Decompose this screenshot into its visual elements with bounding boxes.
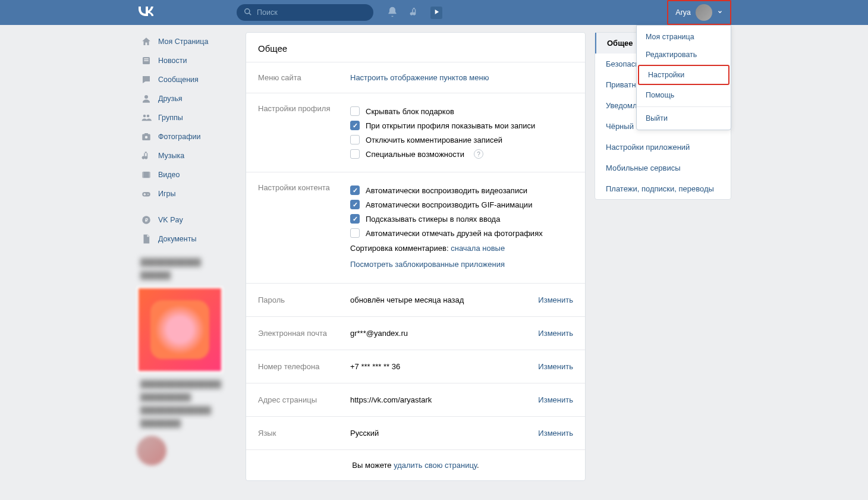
svg-rect-12 (142, 172, 143, 178)
checkbox[interactable] (350, 121, 360, 130)
top-header: Arya Моя страницаРедактироватьНастройкиП… (0, 0, 868, 25)
vk-logo[interactable] (137, 7, 237, 19)
bell-icon[interactable] (386, 6, 398, 20)
svg-rect-13 (149, 172, 150, 178)
msg-icon (140, 74, 152, 86)
check-row: Специальные возможности? (350, 147, 573, 161)
check-row: Отключить комментирование записей (350, 133, 573, 147)
settings-tab-5[interactable]: Настройки приложений (595, 137, 731, 158)
delete-page-row: Вы можете удалить свою страницу. (246, 449, 585, 480)
settings-tab-7[interactable]: Платежи, подписки, переводы (595, 178, 731, 199)
svg-rect-4 (144, 60, 149, 61)
checkbox-label: При открытии профиля показывать мои запи… (366, 121, 535, 130)
checkbox-label: Подсказывать стикеры в полях ввода (366, 215, 500, 224)
nav-label: Новости (158, 56, 187, 65)
blocked-apps-row: Посмотреть заблокированные приложения (350, 256, 573, 272)
nav-label: Моя Страница (158, 37, 208, 46)
section-label: Настройки профиля (258, 104, 350, 161)
nav-pay[interactable]: ₽VK Pay (137, 210, 237, 229)
checkbox[interactable] (350, 228, 360, 238)
blurred-text: ██████████ (137, 391, 237, 404)
svg-rect-14 (142, 192, 150, 197)
music-note-icon[interactable] (409, 7, 420, 19)
change-link[interactable]: Изменить (538, 362, 573, 371)
nav-msg[interactable]: Сообщения (137, 70, 237, 89)
checkbox[interactable] (350, 149, 360, 159)
comment-sort-row: Сортировка комментариев: сначала новые (350, 240, 573, 256)
row-label: Номер телефона (258, 362, 350, 371)
section-site-menu: Меню сайта Настроить отображение пунктов… (246, 62, 585, 93)
blurred-text: ██████████████ (137, 404, 237, 417)
row-phone: Номер телефона+7 *** *** ** 36Изменить (246, 350, 585, 383)
nav-label: Группы (158, 114, 183, 122)
video-play-icon[interactable] (430, 7, 442, 19)
nav-label: Документы (158, 235, 196, 243)
nav-games[interactable]: Игры (137, 184, 237, 203)
row-label: Пароль (258, 295, 350, 304)
checkbox[interactable] (350, 135, 360, 144)
svg-point-5 (144, 95, 148, 99)
row-email: Электронная почтаgr***@yandex.ruИзменить (246, 316, 585, 350)
checkbox[interactable] (350, 200, 360, 209)
blocked-apps-link[interactable]: Посмотреть заблокированные приложения (350, 260, 505, 269)
nav-video[interactable]: Видео (137, 165, 237, 184)
svg-point-9 (145, 136, 148, 139)
header-icons (386, 6, 442, 20)
checkbox[interactable] (350, 106, 360, 116)
checkbox[interactable] (350, 185, 360, 195)
chevron-down-icon (717, 8, 723, 17)
row-value: https://vk.com/aryastark (350, 395, 538, 404)
dropdown-item-2[interactable]: Настройки (638, 65, 729, 85)
user-menu-trigger[interactable]: Arya (667, 0, 731, 25)
promo-image[interactable] (137, 287, 223, 373)
svg-point-7 (147, 115, 150, 118)
nav-photos[interactable]: Фотографии (137, 127, 237, 146)
checkbox-label: Отключить комментирование записей (366, 136, 502, 144)
nav-label: Видео (158, 171, 180, 179)
nav-home[interactable]: Моя Страница (137, 32, 237, 51)
section-body: Автоматически воспроизводить видеозаписи… (350, 183, 573, 272)
footer-suffix: . (477, 461, 479, 470)
change-link[interactable]: Изменить (538, 429, 573, 438)
svg-point-15 (147, 194, 149, 195)
section-body: Настроить отображение пунктов меню (350, 73, 573, 82)
search-box[interactable] (237, 4, 373, 21)
row-password: Парольобновлён четыре месяца назадИзмени… (246, 283, 585, 316)
dropdown-item-3[interactable]: Помощь (637, 86, 731, 104)
svg-line-1 (249, 12, 251, 15)
search-input[interactable] (257, 8, 358, 17)
section-label: Меню сайта (258, 73, 350, 82)
settings-tab-6[interactable]: Мобильные сервисы (595, 158, 731, 178)
row-value: gr***@yandex.ru (350, 329, 538, 338)
nav-label: Музыка (158, 152, 184, 160)
configure-menu-link[interactable]: Настроить отображение пунктов меню (350, 73, 489, 82)
row-label: Электронная почта (258, 329, 350, 338)
checkbox-label: Автоматически воспроизводить GIF-анимаци… (366, 200, 532, 209)
row-value: Русский (350, 429, 538, 438)
footer-prefix: Вы можете (352, 461, 394, 470)
svg-rect-17 (144, 193, 146, 196)
section-body: Скрывать блок подарковПри открытии профи… (350, 104, 573, 161)
dropdown-item-1[interactable]: Редактировать (637, 46, 731, 64)
check-row: Скрывать блок подарков (350, 104, 573, 118)
nav-docs[interactable]: Документы (137, 229, 237, 249)
nav-news[interactable]: Новости (137, 51, 237, 70)
page-title: Общее (246, 33, 585, 62)
user-dropdown: Моя страницаРедактироватьНастройкиПомощь… (636, 25, 731, 130)
nav-label: VK Pay (158, 216, 183, 224)
nav-groups[interactable]: Группы (137, 108, 237, 127)
checkbox[interactable] (350, 214, 360, 224)
change-link[interactable]: Изменить (538, 395, 573, 404)
change-link[interactable]: Изменить (538, 295, 573, 304)
dropdown-item-0[interactable]: Моя страница (637, 28, 731, 46)
help-icon[interactable]: ? (474, 149, 483, 159)
sort-label: Сортировка комментариев: (350, 244, 451, 253)
delete-page-link[interactable]: удалить свою страницу (394, 461, 477, 470)
sort-value-link[interactable]: сначала новые (451, 244, 505, 253)
nav-music[interactable]: Музыка (137, 146, 237, 165)
change-link[interactable]: Изменить (538, 329, 573, 338)
dropdown-item-4[interactable]: Выйти (637, 109, 731, 127)
row-label: Язык (258, 429, 350, 438)
svg-point-6 (143, 115, 146, 118)
nav-friends[interactable]: Друзья (137, 89, 237, 108)
